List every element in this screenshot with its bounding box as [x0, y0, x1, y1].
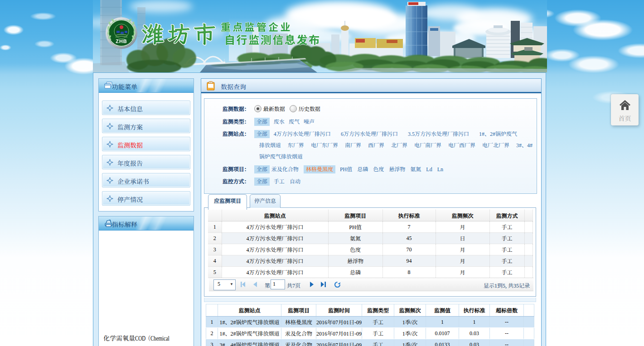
svg-text:潍坊市: 潍坊市: [141, 19, 219, 48]
svg-text:ZHB: ZHB: [116, 38, 127, 44]
svg-text:自行监测信息发布: 自行监测信息发布: [224, 31, 321, 47]
